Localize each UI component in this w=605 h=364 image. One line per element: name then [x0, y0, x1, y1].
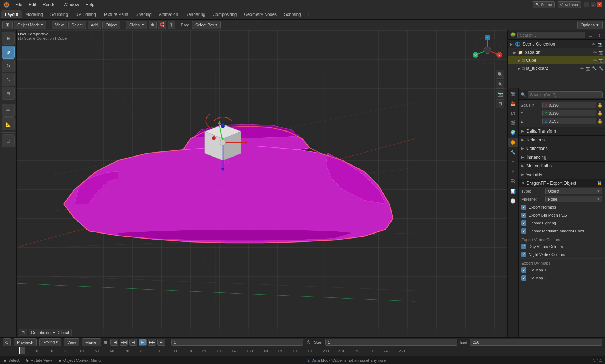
day-vertex-colours-checkbox[interactable] — [521, 244, 526, 249]
delta-transform-section[interactable]: ▶ Delta Transform — [519, 127, 605, 135]
car-extra-icon2[interactable]: 🔧 — [598, 66, 604, 71]
tab-modeling[interactable]: Modeling — [22, 10, 47, 18]
menu-render[interactable]: Render — [40, 1, 60, 8]
uv-map-2-checkbox[interactable] — [521, 275, 526, 281]
night-vertex-colours-checkbox[interactable] — [521, 252, 526, 257]
prop-icon-physics[interactable]: ⚛ — [508, 167, 518, 176]
add-menu[interactable]: Add — [88, 21, 101, 29]
view-menu[interactable]: View — [52, 21, 67, 29]
outliner-item-baba-dff[interactable]: ▶ 📁 baba.dff 👁 📷 — [508, 48, 605, 56]
measure-tool[interactable]: 📐 — [2, 117, 15, 130]
export-bin-mesh-checkbox[interactable] — [521, 213, 526, 218]
scale-tool[interactable]: ⤡ — [2, 73, 15, 86]
viewport-orientation-dropdown[interactable]: Orientation: ▾ Global — [29, 329, 72, 336]
menu-help[interactable]: Help — [82, 1, 97, 8]
timeline-scrubber[interactable]: 1 10 20 30 40 50 60 70 80 90 100 110 120… — [0, 347, 605, 356]
prop-icon-render[interactable]: 📷 — [508, 89, 518, 98]
maximize-button[interactable]: □ — [591, 2, 596, 7]
jump-to-last-button[interactable]: ▶| — [157, 339, 165, 346]
tab-animation[interactable]: Animation — [155, 10, 182, 18]
menu-edit[interactable]: Edit — [26, 1, 39, 8]
dragonff-lock-icon[interactable]: 🔒 — [597, 181, 602, 185]
viewport-3d[interactable]: User Perspective (1) Scene Collection | … — [17, 30, 507, 337]
keying-menu[interactable]: Keying ▾ — [39, 338, 62, 346]
zoom-in-button[interactable]: 🔍 — [496, 70, 504, 79]
object-mode-dropdown[interactable]: Object Mode ▾ — [14, 21, 46, 29]
prop-icon-view-layer[interactable]: 🗂 — [508, 108, 518, 118]
transform-pivot-button[interactable]: ⊕ — [149, 21, 157, 29]
baba-render-icon[interactable]: 📷 — [598, 50, 604, 55]
car-render-icon[interactable]: 📷 — [585, 66, 591, 71]
pipeline-dropdown[interactable]: None ▾ — [545, 196, 602, 202]
outliner-item-cube[interactable]: ▶ □ Cube 👁 📷 — [508, 56, 605, 64]
tab-sculpting[interactable]: Sculpting — [47, 10, 72, 18]
tab-texture-paint[interactable]: Texture Paint — [100, 10, 132, 18]
current-frame-field[interactable]: 1 — [171, 339, 303, 346]
keyframe-marker[interactable] — [104, 341, 107, 344]
rotate-tool[interactable]: ↻ — [2, 59, 15, 72]
motion-paths-section[interactable]: ▶ Motion Paths — [519, 161, 605, 170]
zoom-out-button[interactable]: 🔍 — [496, 80, 504, 89]
menu-file[interactable]: File — [12, 1, 25, 8]
step-forward-button[interactable]: ▶▶ — [148, 339, 156, 346]
tab-layout[interactable]: Layout — [1, 10, 22, 18]
outliner-filter-button[interactable]: ⊟ — [587, 31, 594, 39]
proportional-edit-button[interactable]: ◎ — [168, 21, 175, 29]
viewport-overlays-button[interactable]: Options ▼ — [578, 21, 603, 29]
drag-mode-dropdown[interactable]: Select Box ▾ — [192, 21, 221, 29]
property-search-input[interactable] — [528, 91, 603, 98]
timeline-editor-type[interactable]: ⏱ — [3, 338, 11, 346]
annotate-tool[interactable]: ✏ — [2, 104, 15, 117]
editor-type-button[interactable]: ⊞ — [2, 21, 13, 29]
outliner-sort-button[interactable]: ↕ — [596, 31, 603, 39]
scale-y-field[interactable]: Y 0.196 — [542, 110, 596, 116]
marker-menu[interactable]: Marker — [82, 338, 101, 346]
move-tool[interactable]: ⊕ — [2, 46, 15, 59]
outliner-search[interactable] — [517, 32, 585, 38]
viewport-editor-type[interactable]: ⊞ — [19, 329, 27, 336]
play-reverse-button[interactable]: ◀ — [129, 339, 137, 346]
scene-col-render[interactable]: 📷 — [598, 42, 603, 47]
jump-to-first-button[interactable]: |◀ — [110, 339, 118, 346]
prop-icon-object[interactable]: 🔶 — [508, 138, 518, 147]
frame-all-button[interactable]: ⊞ — [496, 99, 504, 108]
tab-shading[interactable]: Shading — [132, 10, 155, 18]
scale-z-field[interactable]: Z 0.196 — [542, 118, 596, 124]
tab-compositing[interactable]: Compositing — [209, 10, 241, 18]
prop-icon-material[interactable]: ⚪ — [508, 196, 518, 206]
prop-icon-world[interactable]: 🌍 — [508, 128, 518, 137]
playback-menu[interactable]: Playback — [14, 338, 37, 346]
export-normals-checkbox[interactable] — [521, 205, 526, 210]
scene-col-eye[interactable]: 👁 — [592, 42, 596, 47]
tab-uv-editing[interactable]: UV Editing — [72, 10, 100, 18]
car-eye-icon[interactable]: 👁 — [580, 66, 584, 71]
start-frame-field[interactable]: 1 — [325, 339, 457, 346]
prop-icon-scene[interactable]: 🎬 — [508, 118, 518, 128]
add-workspace-button[interactable]: + — [305, 10, 313, 18]
scale-x-lock[interactable]: 🔒 — [597, 102, 603, 108]
tab-geometry-nodes[interactable]: Geometry Nodes — [240, 10, 280, 18]
transform-tool[interactable]: ⊞ — [2, 87, 15, 100]
relations-section[interactable]: ▶ Relations — [519, 135, 605, 144]
dragonff-header[interactable]: ▼ DragonFF - Export Object 🔒 — [519, 179, 605, 187]
add-box-tool[interactable]: □ — [2, 134, 15, 147]
scale-y-lock[interactable]: 🔒 — [597, 110, 603, 116]
select-menu[interactable]: Select — [68, 21, 86, 29]
close-button[interactable]: ✕ — [597, 2, 602, 7]
enable-modulate-checkbox[interactable] — [521, 228, 526, 234]
prop-icon-output[interactable]: 📤 — [508, 99, 518, 108]
scale-x-field[interactable]: X 0.196 — [542, 102, 596, 108]
camera-button[interactable]: 📷 — [496, 90, 504, 98]
menu-window[interactable]: Window — [60, 1, 82, 8]
type-dropdown[interactable]: Object ▾ — [545, 188, 602, 194]
minimize-button[interactable]: — — [584, 2, 589, 7]
prop-icon-particles[interactable]: ✦ — [508, 157, 518, 167]
instancing-section[interactable]: ▶ Instancing — [519, 153, 605, 161]
cube-render-icon[interactable]: 📷 — [598, 58, 604, 63]
view-menu-timeline[interactable]: View — [64, 338, 79, 346]
prop-icon-data[interactable]: 📊 — [508, 187, 518, 196]
car-extra-icon1[interactable]: 🔧 — [592, 66, 597, 71]
collections-section[interactable]: ▶ Collections — [519, 144, 605, 153]
play-forward-button[interactable]: ▶ — [139, 339, 147, 346]
tab-scripting[interactable]: Scripting — [280, 10, 305, 18]
